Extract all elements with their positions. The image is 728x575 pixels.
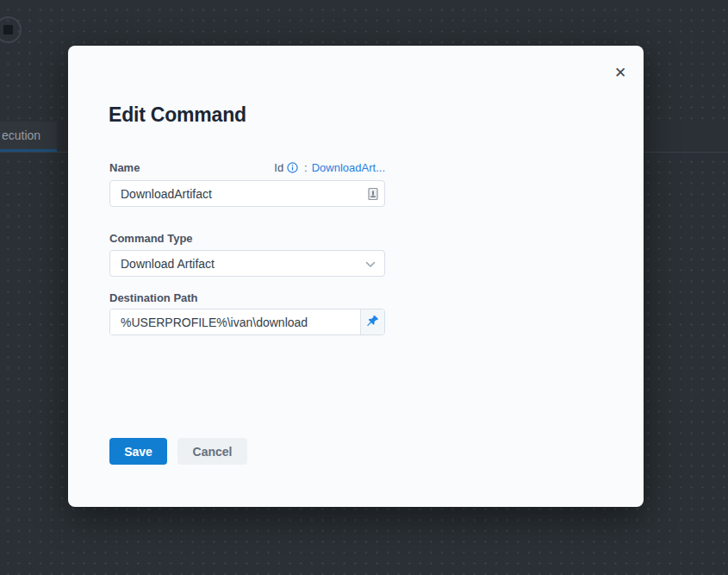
id-link[interactable]: DownloadArt...: [312, 161, 385, 174]
name-input[interactable]: [109, 180, 385, 207]
name-label: Name: [109, 161, 140, 174]
name-input-wrap: [109, 180, 385, 207]
destination-path-group: [109, 309, 385, 335]
destination-path-input[interactable]: [110, 309, 360, 334]
pin-button[interactable]: [360, 309, 384, 334]
close-button[interactable]: ✕: [610, 63, 631, 84]
id-cluster: Id : DownloadArt...: [274, 161, 385, 174]
active-tab-underline: [0, 149, 57, 152]
command-type-select[interactable]: Download Artifact: [109, 250, 385, 277]
edit-command-modal: ✕ Edit Command Name Id : DownloadArt...: [68, 46, 644, 507]
tab-execution-label: ecution: [2, 128, 40, 142]
destination-path-label: Destination Path: [109, 291, 198, 304]
page-title: Edit Command: [109, 103, 246, 127]
command-type-value: Download Artifact: [121, 257, 365, 271]
pushpin-icon: [366, 315, 379, 330]
chevron-down-icon: [365, 256, 376, 272]
info-icon[interactable]: [287, 162, 298, 173]
name-label-row: Name Id : DownloadArt...: [109, 161, 385, 174]
destination-path-label-row: Destination Path: [109, 290, 385, 305]
save-button[interactable]: Save: [109, 438, 167, 465]
id-label: Id: [274, 161, 283, 174]
stop-button[interactable]: [0, 16, 22, 43]
command-type-label: Command Type: [109, 232, 193, 245]
command-type-label-row: Command Type: [109, 230, 385, 246]
tab-execution[interactable]: ecution: [0, 122, 57, 152]
stop-icon: [3, 25, 13, 34]
id-separator: :: [304, 161, 308, 174]
cancel-button[interactable]: Cancel: [177, 438, 247, 465]
close-icon: ✕: [614, 65, 626, 81]
